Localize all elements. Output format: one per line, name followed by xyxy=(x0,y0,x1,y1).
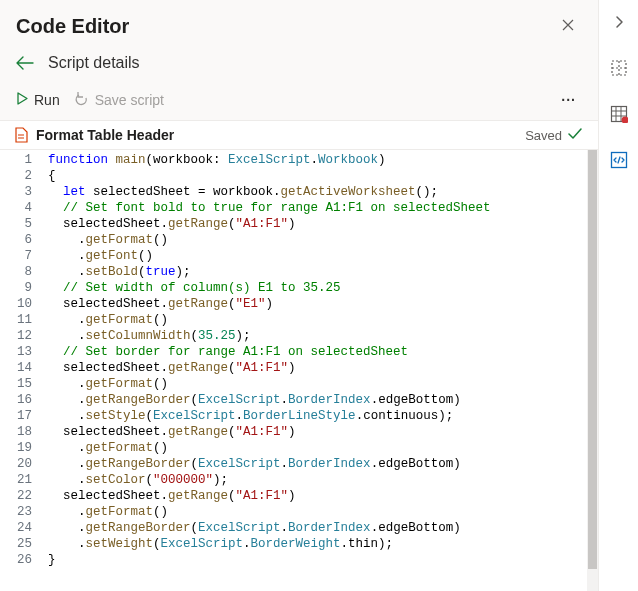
svg-point-2 xyxy=(621,117,628,124)
chevron-right-icon xyxy=(614,15,624,29)
line-number: 10 xyxy=(4,296,32,312)
line-number: 4 xyxy=(4,200,32,216)
line-number: 23 xyxy=(4,504,32,520)
line-number: 14 xyxy=(4,360,32,376)
panel-title: Code Editor xyxy=(16,15,129,38)
code-line[interactable]: let selectedSheet = workbook.getActiveWo… xyxy=(48,184,592,200)
play-icon xyxy=(16,92,28,108)
code-line[interactable]: { xyxy=(48,168,592,184)
more-options-button[interactable]: ··· xyxy=(555,88,582,112)
run-button[interactable]: Run xyxy=(16,92,60,108)
run-label: Run xyxy=(34,92,60,108)
line-number: 16 xyxy=(4,392,32,408)
code-line[interactable]: .setStyle(ExcelScript.BorderLineStyle.co… xyxy=(48,408,592,424)
line-number: 12 xyxy=(4,328,32,344)
code-line[interactable]: selectedSheet.getRange("A1:F1") xyxy=(48,424,592,440)
line-number: 26 xyxy=(4,552,32,568)
code-line[interactable]: selectedSheet.getRange("A1:F1") xyxy=(48,360,592,376)
save-label: Save script xyxy=(95,92,164,108)
code-line[interactable]: .setBold(true); xyxy=(48,264,592,280)
close-button[interactable] xyxy=(554,12,582,40)
svg-rect-0 xyxy=(612,61,626,75)
code-editor[interactable]: 1234567891011121314151617181920212223242… xyxy=(0,150,598,591)
code-line[interactable]: selectedSheet.getRange("A1:F1") xyxy=(48,216,592,232)
file-bar: Format Table Header Saved xyxy=(0,120,598,150)
breadcrumb-text: Script details xyxy=(48,54,140,72)
line-number: 20 xyxy=(4,456,32,472)
rail-item-2[interactable] xyxy=(605,100,633,128)
line-number: 17 xyxy=(4,408,32,424)
line-number: 11 xyxy=(4,312,32,328)
save-status: Saved xyxy=(525,127,582,143)
script-file-icon xyxy=(14,127,28,143)
main-panel: Code Editor Script details Run Save scri… xyxy=(0,0,598,591)
saved-label: Saved xyxy=(525,128,562,143)
line-number: 1 xyxy=(4,152,32,168)
side-rail xyxy=(598,0,638,591)
code-line[interactable]: .getFormat() xyxy=(48,312,592,328)
code-line[interactable]: // Set width of column(s) E1 to 35.25 xyxy=(48,280,592,296)
code-line[interactable]: // Set border for range A1:F1 on selecte… xyxy=(48,344,592,360)
line-number: 5 xyxy=(4,216,32,232)
code-line[interactable]: function main(workbook: ExcelScript.Work… xyxy=(48,152,592,168)
checkmark-icon xyxy=(568,127,582,143)
line-number: 7 xyxy=(4,248,32,264)
line-number: 8 xyxy=(4,264,32,280)
script-name: Format Table Header xyxy=(36,127,174,143)
line-number: 9 xyxy=(4,280,32,296)
code-line[interactable]: // Set font bold to true for range A1:F1… xyxy=(48,200,592,216)
code-line[interactable]: .getRangeBorder(ExcelScript.BorderIndex.… xyxy=(48,392,592,408)
grid-dashed-icon xyxy=(610,59,628,77)
code-line[interactable]: } xyxy=(48,552,592,568)
code-line[interactable]: selectedSheet.getRange("E1") xyxy=(48,296,592,312)
line-number: 2 xyxy=(4,168,32,184)
back-button[interactable] xyxy=(16,56,34,70)
rail-item-1[interactable] xyxy=(605,54,633,82)
line-number: 6 xyxy=(4,232,32,248)
code-line[interactable]: .getRangeBorder(ExcelScript.BorderIndex.… xyxy=(48,456,592,472)
code-line[interactable]: .getFormat() xyxy=(48,504,592,520)
header: Code Editor xyxy=(0,0,598,48)
breadcrumb-row: Script details xyxy=(0,48,598,82)
line-number: 19 xyxy=(4,440,32,456)
line-number: 22 xyxy=(4,488,32,504)
scrollbar-thumb[interactable] xyxy=(588,150,597,569)
rail-item-code-editor[interactable] xyxy=(605,146,633,174)
line-number: 3 xyxy=(4,184,32,200)
save-script-button: Save script xyxy=(74,92,164,109)
line-number: 18 xyxy=(4,424,32,440)
expand-pane-button[interactable] xyxy=(605,8,633,36)
line-number: 24 xyxy=(4,520,32,536)
line-number: 25 xyxy=(4,536,32,552)
code-line[interactable]: .setColumnWidth(35.25); xyxy=(48,328,592,344)
code-line[interactable]: .getFont() xyxy=(48,248,592,264)
arrow-left-icon xyxy=(16,56,34,70)
code-content[interactable]: function main(workbook: ExcelScript.Work… xyxy=(40,150,598,591)
close-icon xyxy=(562,18,574,34)
code-line[interactable]: .setWeight(ExcelScript.BorderWeight.thin… xyxy=(48,536,592,552)
code-line[interactable]: .getFormat() xyxy=(48,232,592,248)
line-gutter: 1234567891011121314151617181920212223242… xyxy=(0,150,40,591)
code-line[interactable]: .getFormat() xyxy=(48,376,592,392)
line-number: 21 xyxy=(4,472,32,488)
record-grid-icon xyxy=(610,105,628,123)
code-line[interactable]: selectedSheet.getRange("A1:F1") xyxy=(48,488,592,504)
code-line[interactable]: .getFormat() xyxy=(48,440,592,456)
code-line[interactable]: .setColor("000000"); xyxy=(48,472,592,488)
code-editor-icon xyxy=(610,151,628,169)
toolbar: Run Save script ··· xyxy=(0,82,598,120)
line-number: 13 xyxy=(4,344,32,360)
save-icon xyxy=(74,92,89,109)
line-number: 15 xyxy=(4,376,32,392)
vertical-scrollbar[interactable] xyxy=(587,150,598,591)
code-line[interactable]: .getRangeBorder(ExcelScript.BorderIndex.… xyxy=(48,520,592,536)
